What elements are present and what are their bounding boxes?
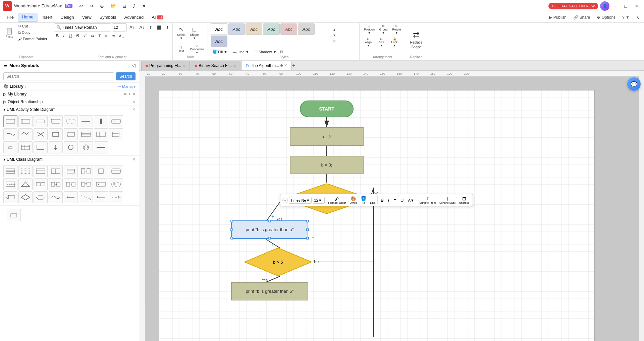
menu-ai[interactable]: AI hot — [148, 13, 167, 21]
sym-h-bar[interactable] — [94, 141, 108, 153]
holiday-button[interactable]: HOLIDAY SALE ON NOW — [548, 3, 598, 9]
font-size-selector[interactable]: 12 — [112, 23, 127, 31]
uml-class-close-icon[interactable]: ✕ — [132, 157, 136, 162]
bold-btn[interactable]: B — [54, 32, 60, 39]
menu-insert[interactable]: Insert — [38, 13, 57, 21]
line-btn[interactable]: — Line ▼ — [231, 49, 251, 55]
sidebar-collapse-btn[interactable]: ◁ — [132, 63, 136, 68]
sym-vertical[interactable] — [94, 115, 108, 127]
sym-line[interactable] — [79, 115, 93, 127]
ft-font-color-btn[interactable]: A▼ — [406, 198, 416, 203]
sym-rect-2[interactable] — [18, 115, 33, 127]
ft-bold-btn[interactable]: B — [379, 197, 385, 203]
swatch-2[interactable]: Abc — [228, 23, 245, 35]
tab-close-1[interactable]: ✕ — [182, 64, 185, 68]
ft-ungroup-btn[interactable]: ⊡ Ungroup — [458, 195, 471, 205]
superscript-btn[interactable]: x² — [82, 33, 88, 39]
replace-shape-btn[interactable]: ⇄ Replace Shape — [408, 28, 425, 51]
subscript-btn[interactable]: x₂ — [89, 33, 96, 39]
help-btn[interactable]: ? ▼ — [620, 14, 632, 21]
sym-divided[interactable] — [79, 128, 93, 140]
cls-sym-3[interactable] — [34, 165, 48, 177]
align-btn[interactable]: ⊟ Align ▼ — [362, 36, 374, 48]
format-painter-btn[interactable]: 🖌 Format Painter — [16, 36, 49, 42]
cls-sym-7[interactable] — [94, 165, 108, 177]
handle-bl[interactable] — [230, 237, 233, 240]
cls-sym-18[interactable] — [18, 191, 33, 203]
cls-sym-2[interactable] — [18, 165, 33, 177]
handle-mr[interactable] — [306, 228, 309, 231]
user-avatar[interactable]: 👤 — [600, 1, 609, 11]
undo-btn[interactable]: ↩ — [76, 2, 86, 10]
menu-design[interactable]: Design — [56, 13, 78, 21]
italic-btn[interactable]: I — [61, 32, 66, 39]
plus-top[interactable]: + — [271, 214, 274, 219]
swatch-7[interactable]: Abc — [211, 36, 227, 47]
sym-x[interactable] — [34, 128, 48, 140]
ft-styles-btn[interactable]: 🎨 Styles — [348, 195, 358, 205]
scroll-up-icon[interactable]: ▲ — [332, 27, 337, 32]
handle-tl[interactable] — [230, 220, 233, 222]
connector-btn[interactable]: ⟋ Connector ▼ — [189, 43, 206, 55]
fill-btn[interactable]: 🪣 Fill ▼ — [211, 49, 229, 55]
sym-rect-3[interactable] — [34, 115, 48, 127]
shape-a-equals-2[interactable]: a = 2 — [290, 127, 364, 146]
swatch-3[interactable]: Abc — [246, 23, 262, 35]
ft-font-selector[interactable]: Times Ne ▼ — [289, 197, 312, 204]
cls-sym-6[interactable] — [79, 165, 93, 177]
sym-wave[interactable] — [3, 128, 17, 140]
menu-home[interactable]: Home — [18, 13, 38, 21]
minimize-panel-btn[interactable]: ∧ — [634, 14, 641, 21]
obj-close-icon[interactable]: ✕ — [132, 99, 136, 104]
plus-right[interactable]: + — [312, 234, 314, 240]
sym-zigzag[interactable] — [18, 128, 33, 140]
search-input[interactable] — [3, 72, 114, 80]
sym-rect-4[interactable] — [49, 115, 63, 127]
tab-add-btn[interactable]: + — [292, 63, 295, 69]
sym-small-rect[interactable] — [3, 141, 17, 153]
uml-class-header[interactable]: ▾ UML Class Diagram ✕ — [0, 156, 139, 163]
ft-send-back-btn[interactable]: ⤵ Send to Back — [438, 195, 457, 205]
swatch-6[interactable]: Abc — [298, 23, 315, 35]
menu-file[interactable]: File — [3, 13, 18, 21]
ft-italic-btn[interactable]: I — [386, 197, 391, 203]
list-btn[interactable]: ≡ — [103, 33, 109, 39]
sym-rect-5[interactable] — [64, 115, 78, 127]
publish-btn[interactable]: ▶ Publish — [547, 14, 569, 21]
tab-binary[interactable]: Binary Search Fl... ✕ — [191, 61, 240, 70]
open-btn[interactable]: 📂 — [108, 2, 119, 10]
scroll-down-icon[interactable]: ▼ — [332, 33, 337, 38]
shape-print-b-gt-a[interactable]: print "b is greater than a" — [231, 220, 308, 239]
cls-sym-22[interactable] — [79, 191, 93, 203]
cls-sym-1[interactable] — [3, 165, 17, 177]
styles-expand-icon[interactable]: ⊡ — [280, 50, 283, 54]
sym-rect-open[interactable]: ◆ — [64, 128, 78, 140]
underline-btn[interactable]: U — [67, 32, 73, 39]
text-btn[interactable]: T Text — [175, 45, 187, 54]
sym-divided-2[interactable] — [94, 128, 108, 140]
swatch-5[interactable]: Abc — [280, 23, 297, 35]
my-library-edit-icon[interactable]: ✏ — [124, 92, 127, 96]
cut-btn[interactable]: ✂ Cut — [16, 23, 49, 29]
cls-sym-19[interactable] — [34, 191, 48, 203]
tab-algorithm[interactable]: 🗋 The Algorithm... ✕ — [241, 61, 291, 70]
shape-print-b-gt-5[interactable]: print "b is greater than 5" — [231, 282, 308, 300]
cls-sym-20[interactable] — [49, 191, 63, 203]
uml-activity-header[interactable]: ▾ UML Activity State Diagram ✕ — [0, 106, 139, 113]
uml-activity-close-icon[interactable]: ✕ — [132, 107, 136, 112]
ft-line-btn[interactable]: — Line — [369, 195, 376, 205]
cls-sym-11[interactable] — [34, 178, 48, 190]
sym-corner[interactable] — [34, 141, 48, 153]
menu-view[interactable]: View — [78, 13, 96, 21]
manage-btn[interactable]: ✏ Manage — [118, 84, 136, 89]
ft-fill-btn[interactable]: 🪣 Fill — [359, 195, 368, 205]
chat-btn[interactable]: 💬 — [627, 77, 641, 91]
cls-sym-24[interactable] — [109, 191, 123, 203]
strikethrough-btn[interactable]: S — [74, 32, 81, 39]
cls-sym-8[interactable] — [109, 165, 123, 177]
more-btn[interactable]: ▼ — [139, 2, 149, 10]
handle-br[interactable] — [306, 237, 309, 240]
handle-tr[interactable] — [306, 220, 309, 222]
select-btn[interactable]: ↖ Select ▼ — [175, 23, 187, 42]
cls-sym-23[interactable] — [94, 191, 108, 203]
